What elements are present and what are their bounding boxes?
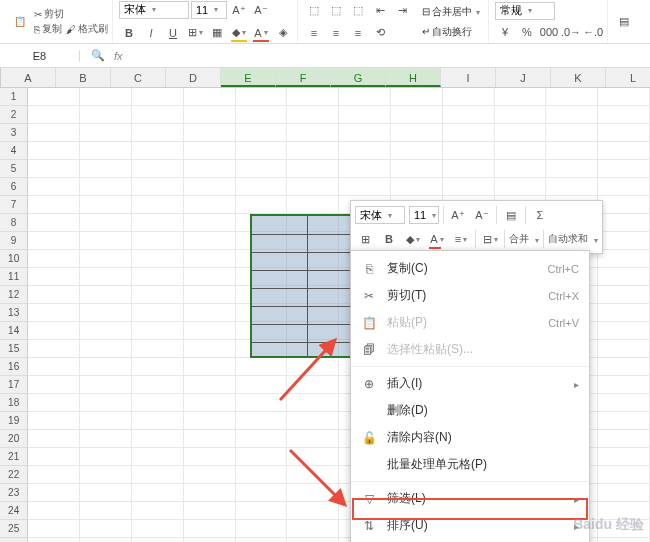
column-header-F[interactable]: F	[276, 68, 331, 87]
cell[interactable]	[495, 178, 547, 196]
cell[interactable]	[132, 322, 184, 340]
cell[interactable]	[28, 466, 80, 484]
cell[interactable]	[28, 538, 80, 542]
column-header-E[interactable]: E	[221, 68, 276, 87]
menu-item-insert[interactable]: ⊕插入(I)	[351, 370, 589, 397]
decrease-decimal-button[interactable]: ←.0	[583, 22, 603, 42]
cell[interactable]	[184, 322, 236, 340]
row-header[interactable]: 6	[0, 178, 28, 196]
row-header[interactable]: 2	[0, 106, 28, 124]
decrease-font-button[interactable]: A⁻	[251, 1, 271, 21]
cell[interactable]	[28, 178, 80, 196]
cell[interactable]	[236, 106, 288, 124]
cell[interactable]	[598, 160, 650, 178]
cell[interactable]	[443, 124, 495, 142]
cell[interactable]	[184, 160, 236, 178]
cell[interactable]	[80, 286, 132, 304]
cell[interactable]	[598, 538, 650, 542]
cell[interactable]	[287, 322, 339, 340]
menu-item-filter[interactable]: ▽筛选(L)	[351, 485, 589, 512]
cell[interactable]	[80, 358, 132, 376]
cell[interactable]	[546, 142, 598, 160]
increase-indent-button[interactable]: ⇥	[392, 1, 412, 21]
cell[interactable]	[287, 358, 339, 376]
cell[interactable]	[443, 142, 495, 160]
increase-decimal-button[interactable]: .0→	[561, 22, 581, 42]
cell[interactable]	[287, 286, 339, 304]
cell[interactable]	[287, 430, 339, 448]
cell[interactable]	[339, 106, 391, 124]
cell[interactable]	[132, 430, 184, 448]
cell[interactable]	[236, 214, 288, 232]
cell[interactable]	[132, 484, 184, 502]
cell[interactable]	[287, 502, 339, 520]
cell[interactable]	[28, 214, 80, 232]
row-header[interactable]: 14	[0, 322, 28, 340]
align-bottom-button[interactable]: ⬚	[348, 1, 368, 21]
cell[interactable]	[28, 250, 80, 268]
border-style-button[interactable]: ▦	[207, 23, 227, 43]
cell[interactable]	[391, 124, 443, 142]
cell[interactable]	[132, 286, 184, 304]
cell[interactable]	[598, 88, 650, 106]
cell[interactable]	[184, 286, 236, 304]
cell[interactable]	[598, 340, 650, 358]
cell[interactable]	[287, 376, 339, 394]
mini-font-size[interactable]: 11	[409, 206, 439, 224]
cell[interactable]	[495, 106, 547, 124]
column-header-G[interactable]: G	[331, 68, 386, 87]
cell[interactable]	[184, 376, 236, 394]
fx-search-icon[interactable]: 🔍	[88, 46, 108, 66]
cell[interactable]	[287, 250, 339, 268]
cell[interactable]	[236, 538, 288, 542]
cell[interactable]	[184, 538, 236, 542]
cell[interactable]	[443, 106, 495, 124]
cell[interactable]	[546, 178, 598, 196]
cell[interactable]	[236, 178, 288, 196]
cell[interactable]	[80, 232, 132, 250]
cell[interactable]	[598, 214, 650, 232]
cell[interactable]	[236, 142, 288, 160]
cell[interactable]	[80, 484, 132, 502]
cell[interactable]	[28, 88, 80, 106]
cell[interactable]	[28, 268, 80, 286]
cell[interactable]	[598, 502, 650, 520]
cell[interactable]	[236, 160, 288, 178]
cell[interactable]	[132, 232, 184, 250]
cell[interactable]	[184, 430, 236, 448]
cell[interactable]	[132, 448, 184, 466]
cell[interactable]	[28, 358, 80, 376]
number-format-select[interactable]: 常规	[495, 2, 555, 20]
row-header[interactable]: 10	[0, 250, 28, 268]
cell[interactable]	[598, 250, 650, 268]
cell[interactable]	[132, 376, 184, 394]
cell[interactable]	[28, 520, 80, 538]
cell[interactable]	[236, 466, 288, 484]
cell[interactable]	[287, 304, 339, 322]
cell[interactable]	[132, 178, 184, 196]
cell[interactable]	[287, 394, 339, 412]
column-header-A[interactable]: A	[1, 68, 56, 87]
cell[interactable]	[391, 142, 443, 160]
percent-button[interactable]: %	[517, 22, 537, 42]
cell[interactable]	[287, 196, 339, 214]
row-header[interactable]: 25	[0, 520, 28, 538]
cell[interactable]	[598, 484, 650, 502]
wrap-text-button[interactable]: ↵自动换行	[418, 23, 484, 41]
conditional-format-button[interactable]: ▤	[614, 12, 634, 32]
row-header[interactable]: 21	[0, 448, 28, 466]
row-header[interactable]: 9	[0, 232, 28, 250]
cell[interactable]	[598, 430, 650, 448]
cell[interactable]	[236, 394, 288, 412]
mini-autosum[interactable]: Σ	[530, 205, 550, 225]
cell[interactable]	[236, 448, 288, 466]
cell[interactable]	[236, 502, 288, 520]
mini-font-name[interactable]: 宋体	[355, 206, 405, 224]
row-header[interactable]: 20	[0, 430, 28, 448]
cell[interactable]	[132, 160, 184, 178]
cell[interactable]	[132, 466, 184, 484]
cell[interactable]	[28, 196, 80, 214]
cell[interactable]	[28, 430, 80, 448]
font-size-select[interactable]: 11	[191, 1, 227, 19]
cell[interactable]	[184, 214, 236, 232]
